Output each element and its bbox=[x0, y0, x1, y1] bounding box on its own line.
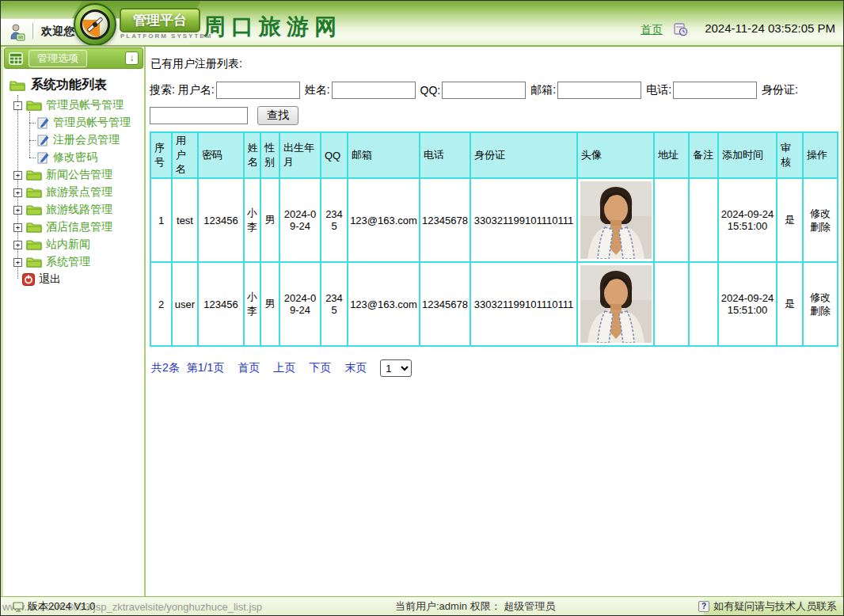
cell-gender: 男 bbox=[260, 262, 279, 346]
cell-remark bbox=[689, 262, 718, 346]
sidebar-panel-title: 管理选项 bbox=[29, 50, 87, 67]
admin-window: 欢迎您~ 管理平台 PLATFORM SYSYTEM 周口旅游网 首页 2024… bbox=[0, 0, 844, 616]
help-icon: ? bbox=[698, 601, 709, 612]
main-content: 已有用户注册列表: 搜索: 用户名: 姓名: QQ: 邮箱: 电话: 身份证: … bbox=[146, 47, 841, 596]
folder-icon bbox=[26, 222, 42, 233]
cell-idcard: 330321199101110111 bbox=[470, 262, 577, 346]
sidebar-collapse-button[interactable]: ↓ bbox=[125, 51, 139, 65]
cell-avatar bbox=[577, 262, 654, 346]
avatar-photo bbox=[580, 265, 652, 343]
folder-icon bbox=[26, 239, 42, 250]
find-button[interactable]: 查找 bbox=[257, 106, 298, 125]
sidebar-item-system-manage[interactable]: + 系统管理 bbox=[12, 253, 143, 271]
total-count: 共2条 bbox=[151, 361, 180, 375]
sidebar-item-member-manage[interactable]: 注册会员管理 bbox=[29, 131, 143, 149]
col-header-audit: 审核 bbox=[777, 132, 803, 178]
cell-address bbox=[654, 178, 689, 262]
expand-plus-icon[interactable]: + bbox=[13, 241, 22, 249]
expand-plus-icon[interactable]: + bbox=[13, 206, 22, 215]
cell-phone: 12345678 bbox=[420, 178, 470, 262]
expand-plus-icon[interactable]: + bbox=[13, 171, 22, 180]
sidebar-item-news-notice[interactable]: + 新闻公告管理 bbox=[12, 166, 143, 184]
folder-icon bbox=[26, 204, 42, 215]
collapse-minus-icon[interactable]: - bbox=[13, 101, 22, 110]
cell-audit: 是 bbox=[777, 262, 803, 346]
sidebar-item-admin-account-manage[interactable]: 管理员帐号管理 bbox=[29, 114, 143, 131]
search-qq-label: QQ: bbox=[420, 84, 441, 97]
folder-icon bbox=[26, 187, 42, 198]
cell-username: user bbox=[172, 262, 198, 346]
list-title: 已有用户注册列表: bbox=[150, 57, 837, 71]
search-phone-label: 电话: bbox=[646, 83, 671, 97]
tree-root[interactable]: 系统功能列表 bbox=[10, 77, 143, 93]
col-header-avatar: 头像 bbox=[577, 132, 654, 178]
search-qq-input[interactable] bbox=[442, 82, 526, 99]
platform-badge-subtitle: PLATFORM SYSYTEM bbox=[120, 32, 212, 40]
cell-password: 123456 bbox=[198, 262, 244, 346]
prev-page-link[interactable]: 上页 bbox=[273, 361, 295, 375]
site-logo-center-dot bbox=[93, 22, 97, 27]
cell-birth: 2024-09-24 bbox=[279, 178, 321, 262]
folder-icon bbox=[26, 100, 42, 111]
page-footer: www.xxx.com:8033/jsp_zktravelsite/yonghu… bbox=[1, 596, 843, 615]
site-title: 周口旅游网 bbox=[203, 12, 342, 42]
cell-no: 1 bbox=[150, 178, 172, 262]
sidebar-header: 管理选项 ↓ bbox=[4, 48, 143, 69]
sidebar-tree: 系统功能列表 - 管理员帐号管理 管理员帐号管理 bbox=[3, 70, 144, 288]
sidebar-item-travel-routes[interactable]: + 旅游线路管理 bbox=[12, 201, 143, 219]
table-header-row: 序号 用户名 密码 姓名 性别 出生年月 QQ 邮箱 电话 身份证 头像 地址 … bbox=[150, 132, 838, 178]
sidebar: 管理选项 ↓ 系统功能列表 - 管理员帐号管理 bbox=[1, 47, 146, 596]
col-header-phone: 电话 bbox=[420, 132, 470, 178]
search-name-input[interactable] bbox=[332, 82, 416, 99]
help-text: 如有疑问请与技术人员联系 bbox=[713, 599, 837, 614]
search-name-label: 姓名: bbox=[305, 83, 330, 97]
footer-current-user: 当前用户:admin 权限： 超级管理员 bbox=[395, 597, 555, 616]
platform-badge: 管理平台 bbox=[120, 8, 200, 32]
footer-version: 版本2024 V1.0 bbox=[13, 597, 95, 616]
sidebar-item-hotel-info[interactable]: + 酒店信息管理 bbox=[12, 219, 143, 236]
cell-email: 123@163.com bbox=[348, 178, 420, 262]
delete-link[interactable]: 删除 bbox=[805, 220, 835, 234]
expand-plus-icon[interactable]: + bbox=[13, 223, 22, 232]
cell-address bbox=[654, 262, 689, 346]
expand-plus-icon[interactable]: + bbox=[13, 188, 22, 197]
edit-link[interactable]: 修改 bbox=[805, 207, 835, 220]
table-row: 1 test 123456 小李 男 2024-09-24 2345 123@1… bbox=[150, 178, 838, 262]
col-header-actions: 操作 bbox=[803, 132, 838, 178]
footer-help: ? 如有疑问请与技术人员联系 bbox=[698, 597, 837, 616]
clock-icon bbox=[674, 22, 688, 36]
search-idcard-input[interactable] bbox=[150, 107, 248, 124]
next-page-link[interactable]: 下页 bbox=[309, 361, 331, 375]
first-page-link[interactable]: 首页 bbox=[238, 361, 260, 375]
sidebar-item-site-news[interactable]: + 站内新闻 bbox=[12, 236, 143, 253]
cell-idcard: 330321199101110111 bbox=[470, 178, 577, 262]
search-username-input[interactable] bbox=[216, 82, 300, 99]
edit-link[interactable]: 修改 bbox=[805, 291, 835, 304]
page-select[interactable]: 1 bbox=[380, 359, 412, 377]
col-header-username: 用户名 bbox=[172, 132, 198, 178]
delete-link[interactable]: 删除 bbox=[805, 304, 835, 318]
search-email-input[interactable] bbox=[557, 82, 641, 99]
pagination: 共2条 第1/1页 首页 上页 下页 末页 1 bbox=[151, 359, 837, 377]
col-header-idcard: 身份证 bbox=[470, 132, 577, 178]
sidebar-item-logout[interactable]: 退出 bbox=[22, 271, 143, 288]
user-table: 序号 用户名 密码 姓名 性别 出生年月 QQ 邮箱 电话 身份证 头像 地址 … bbox=[150, 131, 838, 347]
site-logo-face bbox=[80, 10, 110, 40]
cell-no: 2 bbox=[150, 262, 172, 346]
search-idcard-label: 身份证: bbox=[762, 83, 798, 97]
folder-icon bbox=[26, 257, 42, 268]
cell-qq: 2345 bbox=[321, 262, 348, 346]
col-header-qq: QQ bbox=[321, 132, 348, 178]
sidebar-item-scenic-spots[interactable]: + 旅游景点管理 bbox=[12, 184, 143, 201]
expand-plus-icon[interactable]: + bbox=[13, 258, 22, 267]
cell-gender: 男 bbox=[260, 178, 279, 262]
page-body: 管理选项 ↓ 系统功能列表 - 管理员帐号管理 bbox=[1, 47, 843, 596]
last-page-link[interactable]: 末页 bbox=[344, 361, 367, 375]
sidebar-item-admin-accounts[interactable]: - 管理员帐号管理 bbox=[12, 97, 143, 114]
search-phone-input[interactable] bbox=[673, 82, 757, 99]
cell-phone: 12345678 bbox=[420, 262, 470, 346]
browser-status-url: www.xxx.com:8033/jsp_zktravelsite/yonghu… bbox=[1, 598, 704, 616]
home-link[interactable]: 首页 bbox=[641, 23, 663, 37]
sidebar-item-change-password[interactable]: 修改密码 bbox=[29, 149, 143, 166]
cell-remark bbox=[689, 178, 718, 262]
